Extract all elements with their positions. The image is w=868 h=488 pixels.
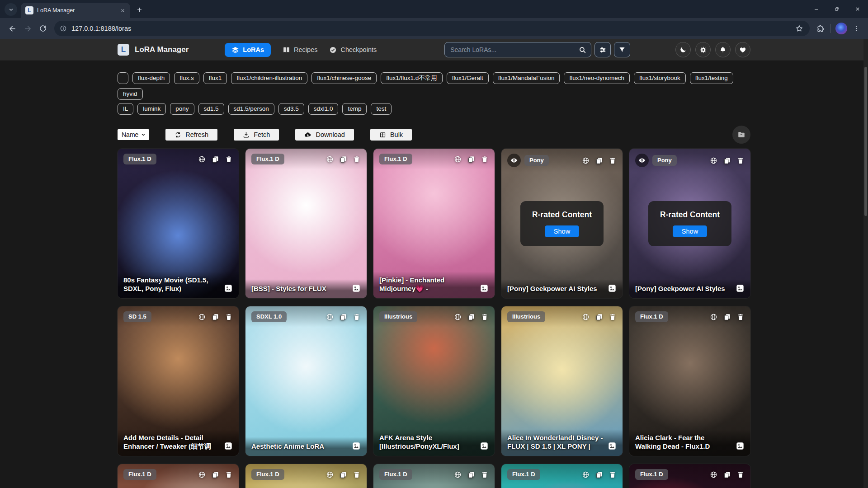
tag-chip[interactable]: flux1/testing	[690, 72, 733, 84]
globe-icon[interactable]	[582, 313, 590, 321]
copy-icon[interactable]	[340, 471, 347, 479]
tab-search-button[interactable]	[5, 3, 17, 16]
lora-card[interactable]: Flux.1 DAlicia Clark - Fear the Walking …	[629, 306, 750, 456]
copy-icon[interactable]	[212, 471, 219, 479]
tag-chip[interactable]: sd1.5	[198, 103, 224, 115]
tag-chip[interactable]: sdxl1.0	[308, 103, 339, 115]
address-bar[interactable]: 127.0.0.1:8188/loras	[54, 21, 810, 36]
scrollbar-thumb[interactable]	[864, 67, 867, 216]
lora-card[interactable]: Flux.1 D80s Fantasy Movie (SD1.5, SDXL, …	[118, 149, 239, 298]
page-scrollbar[interactable]	[863, 39, 868, 488]
theme-toggle-button[interactable]	[675, 42, 691, 57]
globe-icon[interactable]	[198, 471, 206, 479]
tag-chip[interactable]	[118, 72, 128, 84]
minimize-button[interactable]	[806, 0, 826, 18]
close-button[interactable]	[847, 0, 868, 18]
image-icon[interactable]	[352, 441, 361, 450]
copy-icon[interactable]	[212, 313, 219, 321]
lora-card[interactable]: SD 1.5Add More Details - Detail Enhancer…	[118, 306, 239, 456]
trash-icon[interactable]	[737, 313, 745, 321]
folder-view-button[interactable]	[732, 126, 750, 144]
copy-icon[interactable]	[467, 155, 475, 163]
lora-card[interactable]: IllustriousAlice In Wonderland! Disney -…	[501, 306, 623, 456]
tag-chip[interactable]: flux1/children-illustration	[231, 72, 307, 84]
tag-chip[interactable]: flux1/MandalaFusion	[493, 72, 560, 84]
copy-icon[interactable]	[340, 313, 347, 321]
globe-icon[interactable]	[454, 471, 462, 479]
tag-chip[interactable]: flux-depth	[132, 72, 170, 84]
search-icon[interactable]	[579, 46, 586, 54]
refresh-button[interactable]: Refresh	[165, 129, 217, 141]
tag-chip[interactable]: sd3.5	[278, 103, 304, 115]
tag-chip[interactable]: flux1/chinese-goose	[311, 72, 377, 84]
globe-icon[interactable]	[326, 471, 334, 479]
tab-checkpoints[interactable]: Checkpoints	[329, 46, 377, 54]
tab-close-icon[interactable]	[118, 6, 127, 14]
tag-chip[interactable]: IL	[118, 103, 133, 115]
tab-recipes[interactable]: Recipes	[283, 46, 317, 54]
globe-icon[interactable]	[198, 155, 206, 163]
tag-chip[interactable]: sd1.5/person	[228, 103, 274, 115]
browser-menu-icon[interactable]	[849, 21, 863, 36]
globe-icon[interactable]	[326, 155, 334, 163]
filter-button[interactable]	[614, 42, 630, 57]
lora-card[interactable]: IllustriousAFK Arena Style [Illustrious/…	[373, 306, 495, 456]
tag-chip[interactable]: flux1/flux1.d不常用	[381, 72, 443, 84]
globe-icon[interactable]	[582, 471, 590, 479]
tag-chip[interactable]: pony	[170, 103, 194, 115]
tag-chip[interactable]: flux1	[203, 72, 227, 84]
copy-icon[interactable]	[467, 471, 475, 479]
profile-avatar[interactable]	[835, 23, 847, 34]
trash-icon[interactable]	[481, 155, 489, 163]
tag-chip[interactable]: temp	[342, 103, 367, 115]
lora-card[interactable]: Flux.1 D	[373, 464, 495, 488]
browser-tab[interactable]: L LoRA Manager	[21, 3, 130, 18]
search-box[interactable]	[444, 42, 591, 57]
sort-select[interactable]: Name	[118, 129, 149, 140]
lora-card[interactable]: PonyR-rated ContentShow[Pony] Geekpower …	[501, 149, 623, 298]
site-info-icon[interactable]	[60, 25, 67, 32]
tag-chip[interactable]: test	[371, 103, 392, 115]
image-icon[interactable]	[224, 284, 233, 293]
bulk-button[interactable]: Bulk	[370, 129, 412, 141]
image-icon[interactable]	[480, 284, 489, 293]
lora-card[interactable]: Flux.1 D	[629, 464, 750, 488]
lora-card[interactable]: Flux.1 D	[245, 464, 367, 488]
image-icon[interactable]	[224, 441, 233, 450]
trash-icon[interactable]	[481, 471, 489, 479]
tag-chip[interactable]: lumink	[137, 103, 166, 115]
lora-card[interactable]: Flux.1 D[BSS] - Styles for FLUX	[245, 149, 367, 298]
globe-icon[interactable]	[198, 313, 206, 321]
globe-icon[interactable]	[454, 155, 462, 163]
trash-icon[interactable]	[225, 471, 233, 479]
globe-icon[interactable]	[454, 313, 462, 321]
image-icon[interactable]	[608, 284, 617, 293]
trash-icon[interactable]	[225, 313, 233, 321]
copy-icon[interactable]	[212, 155, 219, 163]
trash-icon[interactable]	[609, 313, 617, 321]
trash-icon[interactable]	[609, 471, 617, 479]
tag-chip[interactable]: hyvid	[118, 88, 143, 100]
image-icon[interactable]	[608, 441, 617, 450]
copy-icon[interactable]	[723, 471, 731, 479]
image-icon[interactable]	[480, 441, 489, 450]
url-text[interactable]: 127.0.0.1:8188/loras	[71, 25, 795, 32]
copy-icon[interactable]	[340, 155, 347, 163]
notifications-button[interactable]	[715, 42, 731, 57]
trash-icon[interactable]	[737, 471, 745, 479]
sort-options-button[interactable]	[594, 42, 611, 57]
globe-icon[interactable]	[710, 313, 717, 321]
lora-card[interactable]: Flux.1 D	[118, 464, 239, 488]
trash-icon[interactable]	[353, 313, 361, 321]
tag-chip[interactable]: flux.s	[174, 72, 199, 84]
copy-icon[interactable]	[595, 471, 603, 479]
copy-icon[interactable]	[723, 313, 731, 321]
new-tab-button[interactable]	[133, 3, 146, 16]
image-icon[interactable]	[736, 441, 745, 450]
reload-button[interactable]	[35, 21, 51, 36]
lora-card[interactable]: Flux.1 D[Pinkie] - Enchanted Midjourney💗…	[373, 149, 495, 298]
globe-icon[interactable]	[710, 471, 717, 479]
download-button[interactable]: Download	[295, 129, 354, 141]
tag-chip[interactable]: flux1/storybook	[634, 72, 686, 84]
trash-icon[interactable]	[353, 471, 361, 479]
